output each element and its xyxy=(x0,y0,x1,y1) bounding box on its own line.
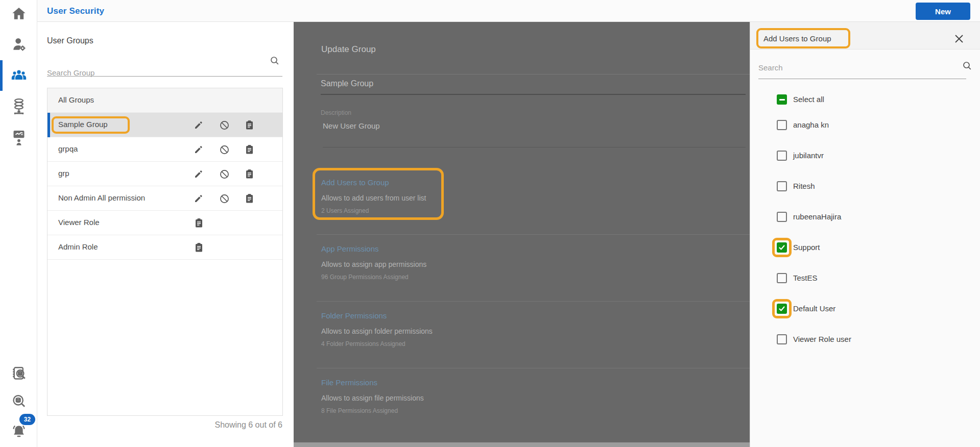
edit-group-icon[interactable] xyxy=(193,193,204,204)
user-name-label: Select all xyxy=(793,95,824,104)
group-name-field[interactable]: Sample Group xyxy=(321,79,373,88)
report-board-icon[interactable] xyxy=(10,128,28,146)
page-title: User Security xyxy=(47,6,104,16)
user-name-label: rubeenaHajira xyxy=(793,212,841,221)
add-users-drawer: Add Users to Group Search Select allanag… xyxy=(750,22,980,447)
checkbox-checked[interactable] xyxy=(777,242,787,253)
group-name-label: grpqa xyxy=(58,144,78,153)
user-row[interactable]: Ritesh xyxy=(750,178,980,195)
user-name-label: Ritesh xyxy=(793,182,815,190)
user-row[interactable]: anagha kn xyxy=(750,116,980,134)
user-groups-panel: User Groups Search Group All GroupsSampl… xyxy=(37,22,294,447)
drawer-title: Add Users to Group xyxy=(763,34,831,43)
clipboard-group-icon[interactable] xyxy=(244,168,255,180)
permission-section: Add Users to GroupAllows to add users fr… xyxy=(321,178,709,187)
group-count-status: Showing 6 out of 6 xyxy=(214,420,282,430)
user-search-input[interactable]: Search xyxy=(758,63,783,72)
divider xyxy=(317,368,750,368)
block-group-icon[interactable] xyxy=(219,168,230,180)
edit-group-icon[interactable] xyxy=(193,144,204,155)
clipboard-group-icon[interactable] xyxy=(193,217,204,229)
user-name-label: anagha kn xyxy=(793,120,829,129)
permission-section: Folder PermissionsAllows to assign folde… xyxy=(321,311,709,320)
clipboard-group-icon[interactable] xyxy=(244,144,255,155)
user-name-label: TestES xyxy=(793,274,818,282)
database-server-icon[interactable] xyxy=(10,97,28,116)
icon-sidebar: 32 xyxy=(0,0,37,447)
selected-row-indicator xyxy=(47,113,50,137)
user-name-label: Support xyxy=(793,243,820,252)
user-row[interactable]: jubilantvr xyxy=(750,147,980,164)
select-all-row[interactable]: Select all xyxy=(750,91,980,108)
checkbox-unchecked[interactable] xyxy=(777,334,787,344)
section-title-link[interactable]: Add Users to Group xyxy=(321,178,709,187)
field-underline xyxy=(323,147,746,147)
user-row[interactable]: Default User xyxy=(750,300,980,317)
checkbox-indeterminate[interactable] xyxy=(777,94,787,105)
user-row[interactable]: Support xyxy=(750,239,980,256)
user-row[interactable]: rubeenaHajira xyxy=(750,208,980,226)
group-name-label: Sample Group xyxy=(58,120,108,129)
section-count: 8 File Permissions Assigned xyxy=(321,407,398,414)
group-list-item[interactable]: Admin Role xyxy=(47,235,282,260)
drawer-title-highlight: Add Users to Group xyxy=(756,28,850,48)
group-list-item[interactable]: Viewer Role xyxy=(47,211,282,235)
home-icon[interactable] xyxy=(10,5,28,23)
update-group-panel-dimmed: Update Group Sample Group Description Ne… xyxy=(294,22,750,447)
group-name-label: Viewer Role xyxy=(58,218,100,227)
group-name-label: grp xyxy=(58,169,69,178)
description-field[interactable]: New User Group xyxy=(323,121,380,130)
group-list-item[interactable]: Sample Group xyxy=(47,113,282,137)
section-title-link[interactable]: File Permissions xyxy=(321,378,709,387)
edit-group-icon[interactable] xyxy=(193,168,204,180)
new-button[interactable]: New xyxy=(916,3,970,20)
checkbox-unchecked[interactable] xyxy=(777,273,787,283)
notification-badge[interactable]: 32 xyxy=(19,414,35,425)
divider xyxy=(317,234,750,235)
section-count: 2 Users Assigned xyxy=(321,207,369,214)
section-count: 4 Folder Permissions Assigned xyxy=(321,340,405,347)
group-name-label: Non Admin All permission xyxy=(58,193,145,202)
search-icon[interactable] xyxy=(962,61,972,73)
group-list-item[interactable]: grp xyxy=(47,162,282,186)
update-group-title: Update Group xyxy=(321,44,376,55)
user-admin-icon[interactable] xyxy=(10,35,28,54)
group-list-header[interactable]: All Groups xyxy=(47,88,282,113)
edit-group-icon[interactable] xyxy=(193,119,204,131)
search-icon[interactable] xyxy=(270,56,280,68)
block-group-icon[interactable] xyxy=(219,193,230,204)
block-group-icon[interactable] xyxy=(219,144,230,155)
notifications-bell-icon[interactable] xyxy=(10,423,28,441)
user-row[interactable]: Viewer Role user xyxy=(750,331,980,348)
close-icon[interactable] xyxy=(952,32,966,45)
user-row[interactable]: TestES xyxy=(750,269,980,287)
user-name-label: Default User xyxy=(793,304,835,313)
clipboard-group-icon[interactable] xyxy=(244,193,255,204)
permission-section: File PermissionsAllows to assign file pe… xyxy=(321,378,709,387)
clipboard-group-icon[interactable] xyxy=(193,242,204,253)
checkbox-unchecked[interactable] xyxy=(777,212,787,222)
section-title-link[interactable]: Folder Permissions xyxy=(321,311,709,320)
checkbox-checked[interactable] xyxy=(777,304,787,314)
section-subtitle: Allows to assign file permissions xyxy=(321,394,424,402)
search-data-icon[interactable] xyxy=(10,392,28,411)
horizontal-scrollbar[interactable] xyxy=(294,442,750,447)
section-title-link[interactable]: App Permissions xyxy=(321,244,709,253)
user-name-label: jubilantvr xyxy=(793,151,824,160)
active-nav-indicator xyxy=(0,60,3,91)
top-bar: User Security New xyxy=(37,0,980,22)
clipboard-group-icon[interactable] xyxy=(244,119,255,131)
section-count: 96 Group Permissions Assigned xyxy=(321,274,409,281)
audit-log-icon[interactable] xyxy=(10,364,28,383)
user-groups-icon[interactable] xyxy=(10,67,28,85)
checkbox-unchecked[interactable] xyxy=(777,120,787,130)
divider xyxy=(317,74,750,74)
group-list-item[interactable]: Non Admin All permission xyxy=(47,186,282,211)
block-group-icon[interactable] xyxy=(219,119,230,131)
checkbox-unchecked[interactable] xyxy=(777,181,787,191)
divider xyxy=(317,301,750,302)
group-list-item[interactable]: grpqa xyxy=(47,137,282,162)
description-label: Description xyxy=(321,109,351,116)
field-underline xyxy=(321,94,746,95)
checkbox-unchecked[interactable] xyxy=(777,151,787,161)
